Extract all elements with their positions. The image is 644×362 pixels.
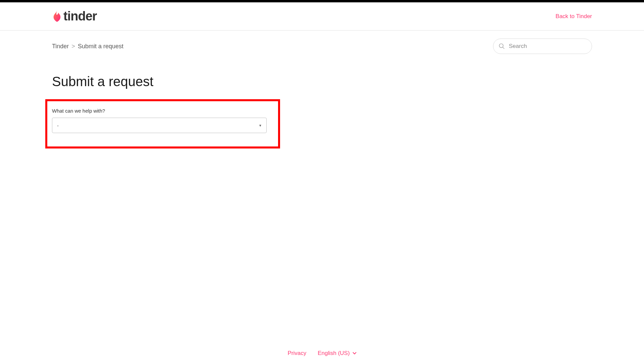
page-title: Submit a request [52,74,592,89]
breadcrumb-root[interactable]: Tinder [52,43,69,50]
caret-down-icon: ▼ [259,124,262,127]
svg-point-0 [499,44,503,48]
logo-text: tinder [63,9,97,23]
breadcrumb-separator: > [71,43,75,50]
svg-line-1 [503,47,504,49]
search-input[interactable] [493,39,592,54]
help-with-label: What can we help with? [52,108,273,114]
help-select-value: - [57,123,59,128]
header: tinder Back to Tinder [0,2,644,31]
help-select-wrap: - ▼ [52,118,267,133]
breadcrumb: Tinder > Submit a request [52,43,123,50]
flame-icon [52,10,62,23]
help-select[interactable]: - [52,118,267,133]
search-container [493,39,592,54]
breadcrumb-current: Submit a request [78,43,123,50]
logo[interactable]: tinder [52,9,97,23]
main-content: Submit a request What can we help with? … [0,54,644,148]
form-highlight-box: What can we help with? - ▼ [45,99,280,148]
back-to-tinder-link[interactable]: Back to Tinder [555,13,592,20]
top-bar [0,0,644,2]
sub-header: Tinder > Submit a request [0,31,644,54]
search-icon [498,43,505,50]
